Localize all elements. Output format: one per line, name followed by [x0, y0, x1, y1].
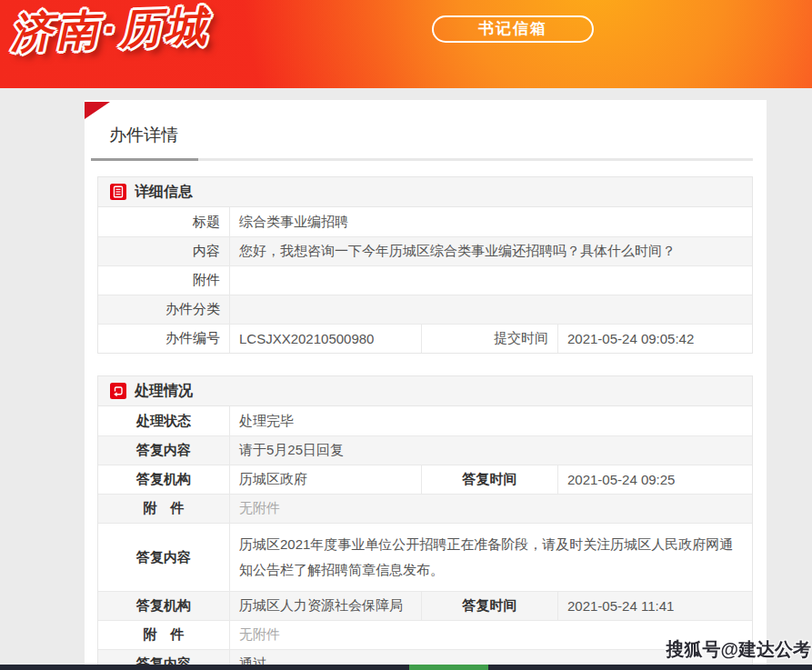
section-title: 处理情况	[135, 382, 193, 401]
secretary-mailbox-button[interactable]: 书记信箱	[432, 15, 594, 43]
table-row: 办件分类	[98, 295, 752, 324]
row-value	[230, 266, 752, 295]
table-row: 办件编号 LCSJXX20210500980 提交时间 2021-05-24 0…	[98, 324, 752, 353]
top-banner: 济南·历城 书记信箱	[0, 0, 812, 88]
row-label: 内容	[98, 237, 230, 265]
row-value	[230, 295, 752, 324]
table-row: 答复内容 历城区2021年度事业单位公开招聘正在准备阶段，请及时关注历城区人民政…	[98, 523, 752, 591]
row-label: 附 件	[98, 495, 230, 523]
row-value: 历城区政府	[230, 465, 422, 494]
table-row: 处理状态 处理完毕	[98, 406, 752, 435]
process-status-table: 处理情况 处理状态 处理完毕 答复内容 请于5月25日回复 答复机构 历城区政府…	[97, 375, 753, 670]
row-value: 2021-05-24 09:05:42	[558, 325, 752, 353]
table-row: 答复内容 请于5月25日回复	[98, 435, 752, 465]
row-label: 答复机构	[98, 465, 230, 494]
row-value: 请于5月25日回复	[230, 436, 752, 465]
page-title: 办件详情	[109, 124, 753, 147]
table-row: 答复机构 历城区政府 答复时间 2021-05-24 09:25	[98, 465, 752, 494]
document-icon	[110, 184, 126, 200]
row-value: 历城区人力资源社会保障局	[230, 592, 422, 620]
row-value: 历城区2021年度事业单位公开招聘正在准备阶段，请及时关注历城区人民政府网通知公…	[230, 524, 752, 591]
row-value: 2021-05-24 11:41	[558, 592, 752, 620]
row-label: 附件	[98, 266, 230, 295]
folded-corner-icon	[85, 102, 110, 119]
row-value: 综合类事业编招聘	[230, 207, 752, 236]
row-label: 处理状态	[98, 406, 230, 435]
table-row: 答复机构 历城区人力资源社会保障局 答复时间 2021-05-24 11:41	[98, 591, 752, 620]
row-label: 答复内容	[98, 524, 230, 591]
row-value: 2021-05-24 09:25	[558, 465, 752, 494]
detail-info-table: 详细信息 标题 综合类事业编招聘 内容 您好，我想咨询一下今年历城区综合类事业编…	[97, 176, 753, 354]
table-row: 内容 您好，我想咨询一下今年历城区综合类事业编还招聘吗？具体什么时间？	[98, 236, 752, 265]
process-status-header: 处理情况	[98, 376, 752, 406]
content-card: 办件详情 详细信息 标题 综合类事业编招聘 内容 您好，我想咨询一下今年历城区综…	[85, 100, 767, 670]
row-label: 答复时间	[422, 465, 558, 494]
row-label: 答复机构	[98, 592, 230, 620]
row-label: 标题	[98, 207, 230, 236]
row-value: 处理完毕	[230, 406, 752, 435]
table-row: 附 件 无附件	[98, 620, 752, 649]
section-title: 详细信息	[135, 183, 193, 202]
table-row: 附件	[98, 265, 752, 295]
row-value: 您好，我想咨询一下今年历城区综合类事业编还招聘吗？具体什么时间？	[230, 237, 752, 265]
row-label: 答复时间	[422, 592, 558, 620]
table-row: 标题 综合类事业编招聘	[98, 207, 752, 236]
detail-info-header: 详细信息	[98, 177, 752, 207]
site-logo: 济南·历城	[10, 0, 211, 62]
bottom-scrollbar[interactable]	[0, 665, 812, 670]
reply-icon	[110, 383, 126, 399]
row-label: 提交时间	[422, 325, 558, 353]
sohu-watermark: 搜狐号@建达公考	[666, 637, 811, 662]
row-label: 办件编号	[98, 325, 230, 353]
row-value: LCSJXX20210500980	[230, 325, 422, 353]
row-label: 办件分类	[98, 295, 230, 324]
title-divider	[91, 158, 753, 161]
scrollbar-thumb[interactable]	[409, 665, 488, 670]
row-label: 附 件	[98, 621, 230, 649]
row-value: 无附件	[230, 495, 752, 523]
row-label: 答复内容	[98, 436, 230, 465]
table-row: 附 件 无附件	[98, 494, 752, 523]
